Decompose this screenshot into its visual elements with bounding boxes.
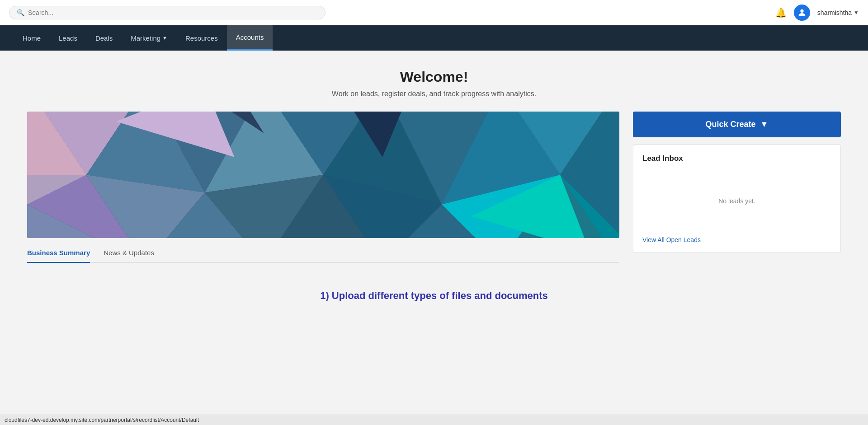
nav-resources[interactable]: Resources: [176, 25, 227, 51]
view-all-open-leads-link[interactable]: View All Open Leads: [642, 236, 831, 243]
quick-create-button[interactable]: Quick Create ▼: [633, 112, 841, 137]
tab-news-updates[interactable]: News & Updates: [104, 249, 154, 263]
nav-home[interactable]: Home: [14, 25, 50, 51]
left-column: Business Summary News & Updates: [27, 112, 619, 263]
nav-leads-label: Leads: [59, 34, 77, 42]
hero-image: [27, 112, 619, 238]
right-column: Quick Create ▼ Lead Inbox No leads yet. …: [633, 112, 841, 253]
user-name-text: sharmishtha: [817, 9, 852, 16]
welcome-subtitle: Work on leads, register deals, and track…: [27, 90, 841, 98]
status-bar-url: cloudfiles7-dev-ed.develop.my.site.com/p…: [5, 417, 199, 423]
quick-create-label: Quick Create: [706, 120, 756, 129]
svg-point-0: [800, 9, 803, 12]
upload-title: 1) Upload different types of files and d…: [27, 290, 841, 302]
nav-marketing-label: Marketing: [131, 34, 160, 42]
nav-accounts-label: Accounts: [236, 33, 264, 41]
lead-inbox-card: Lead Inbox No leads yet. View All Open L…: [633, 145, 841, 253]
navbar: Home Leads Deals Marketing ▼ Resources A…: [0, 25, 868, 51]
tabs: Business Summary News & Updates: [27, 249, 619, 263]
nav-resources-label: Resources: [185, 34, 218, 42]
nav-accounts[interactable]: Accounts: [227, 25, 273, 51]
welcome-title: Welcome!: [27, 69, 841, 85]
nav-deals[interactable]: Deals: [86, 25, 122, 51]
nav-leads[interactable]: Leads: [50, 25, 86, 51]
no-leads-message: No leads yet.: [642, 170, 831, 232]
content-layout: Business Summary News & Updates Quick Cr…: [27, 112, 841, 263]
user-dropdown-arrow: ▼: [854, 9, 859, 16]
quick-create-arrow-icon: ▼: [760, 120, 769, 129]
nav-deals-label: Deals: [95, 34, 113, 42]
lead-inbox-title: Lead Inbox: [642, 154, 831, 163]
avatar: [794, 5, 810, 21]
welcome-section: Welcome! Work on leads, register deals, …: [27, 69, 841, 98]
marketing-chevron-icon: ▼: [162, 35, 167, 41]
search-container[interactable]: 🔍: [9, 6, 326, 19]
status-bar: cloudfiles7-dev-ed.develop.my.site.com/p…: [0, 415, 868, 425]
nav-home-label: Home: [23, 34, 41, 42]
search-input[interactable]: [28, 9, 318, 16]
bell-icon[interactable]: 🔔: [775, 7, 787, 18]
top-bar: 🔍 🔔 sharmishtha ▼: [0, 0, 868, 25]
tab-business-summary[interactable]: Business Summary: [27, 249, 90, 263]
user-name-display[interactable]: sharmishtha ▼: [817, 9, 859, 16]
bottom-section: 1) Upload different types of files and d…: [27, 290, 841, 302]
search-icon: 🔍: [17, 9, 24, 16]
nav-marketing[interactable]: Marketing ▼: [122, 25, 176, 51]
top-right: 🔔 sharmishtha ▼: [775, 5, 859, 21]
main-content: Welcome! Work on leads, register deals, …: [0, 51, 868, 320]
